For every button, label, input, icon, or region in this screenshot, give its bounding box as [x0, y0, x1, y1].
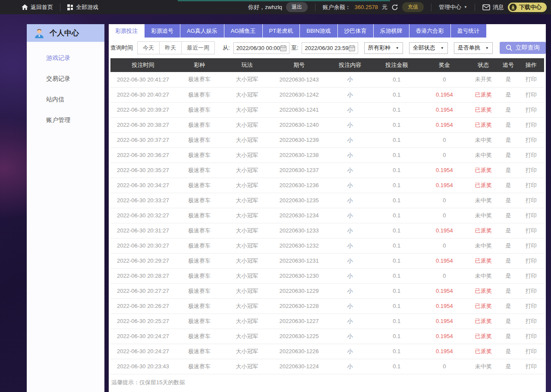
home-link[interactable]: 返回首页 — [22, 3, 53, 11]
from-label: 从: — [223, 44, 230, 52]
cell-issue: 20220630-1227 — [271, 314, 327, 329]
cell-amount: 0.1 — [373, 193, 421, 208]
cell-action[interactable]: 打印 — [518, 359, 544, 374]
cell-amount: 0.1 — [373, 163, 421, 178]
cell-action[interactable]: 打印 — [518, 87, 544, 102]
table-row: 2022-06-30 20:35:27极速赛车大小冠军20220630-1237… — [110, 163, 544, 178]
cell-issue: 20220630-1233 — [271, 223, 327, 238]
cell-lottery: 极速赛车 — [176, 102, 224, 117]
tab-0[interactable]: 彩票投注 — [109, 24, 144, 38]
cell-play: 大小冠军 — [223, 208, 271, 223]
cell-play: 大小冠军 — [223, 253, 271, 268]
cell-action[interactable]: 打印 — [518, 344, 544, 359]
search-button[interactable]: 立即查询 — [500, 42, 546, 54]
cell-action[interactable]: 打印 — [518, 147, 544, 163]
from-date-input[interactable]: 2022/06/30 00:00 — [233, 42, 290, 54]
calendar-icon[interactable] — [349, 45, 355, 51]
filter-select-1[interactable]: 全部状态▼ — [409, 42, 448, 54]
cell-time: 2022-06-30 20:23:43 — [110, 359, 176, 374]
cell-action[interactable]: 打印 — [518, 117, 544, 132]
cell-amount: 0.1 — [373, 223, 421, 238]
table-row: 2022-06-30 20:30:27极速赛车大小冠军20220630-1232… — [110, 238, 544, 253]
filter-select-2[interactable]: 是否单挑▼ — [454, 42, 493, 54]
col-header-issue: 期号 — [271, 58, 327, 72]
refresh-icon[interactable] — [391, 4, 398, 11]
to-date-input[interactable]: 2022/06/30 23:59 — [302, 42, 358, 54]
cell-action[interactable]: 打印 — [518, 132, 544, 147]
cell-action[interactable]: 打印 — [518, 238, 544, 253]
cell-prize: 0 — [421, 359, 469, 374]
tab-7[interactable]: 乐游棋牌 — [374, 24, 409, 38]
cell-action[interactable]: 打印 — [518, 178, 544, 193]
logout-button[interactable]: 退出 — [286, 2, 308, 12]
topbar-divider — [315, 3, 315, 11]
cell-action[interactable]: 打印 — [518, 268, 544, 283]
cell-issue: 20220630-1239 — [271, 132, 327, 147]
cell-status: 已派奖 — [468, 253, 498, 268]
cell-lottery: 极速赛车 — [176, 314, 224, 329]
cell-content: 小 — [327, 238, 373, 253]
cell-action[interactable]: 打印 — [518, 298, 544, 314]
from-date-value: 2022/06/30 00:00 — [236, 45, 280, 51]
admin-center-menu[interactable]: 管理中心 ▼ — [439, 3, 467, 11]
tab-3[interactable]: AG捕鱼王 — [224, 24, 262, 38]
col-header-time: 投注时间 — [110, 58, 176, 72]
messages-link[interactable]: 消息 — [482, 3, 504, 11]
download-center-button[interactable]: 下载中心 — [508, 3, 547, 12]
cell-time: 2022-06-30 20:27:27 — [110, 283, 176, 298]
col-header-lottery: 彩种 — [176, 58, 224, 72]
cell-play: 大小冠军 — [223, 163, 271, 178]
quick-range-2[interactable]: 最近一周 — [181, 41, 215, 54]
cell-action[interactable]: 打印 — [518, 102, 544, 117]
filter-select-0[interactable]: 所有彩种▼ — [364, 42, 403, 54]
cell-action[interactable]: 打印 — [518, 163, 544, 178]
cell-action[interactable]: 打印 — [518, 193, 544, 208]
sidebar-item-0[interactable]: 游戏记录 — [27, 48, 104, 69]
tab-6[interactable]: 沙巴体育 — [338, 24, 373, 38]
tab-9[interactable]: 盈亏统计 — [451, 24, 486, 38]
cell-lottery: 极速赛车 — [176, 72, 224, 87]
cell-issue: 20220630-1243 — [271, 72, 327, 87]
tab-2[interactable]: AG真人娱乐 — [180, 24, 224, 38]
tab-4[interactable]: PT老虎机 — [263, 24, 300, 38]
cell-time: 2022-06-30 20:24:27 — [110, 344, 176, 359]
cell-content: 小 — [327, 359, 373, 374]
cell-action[interactable]: 打印 — [518, 329, 544, 344]
cell-action[interactable]: 打印 — [518, 314, 544, 329]
table-row: 2022-06-30 20:33:27极速赛车大小冠军20220630-1235… — [110, 193, 544, 208]
to-date-value: 2022/06/30 23:59 — [305, 45, 348, 51]
tab-8[interactable]: 香港六合彩 — [409, 24, 450, 38]
tab-1[interactable]: 彩票追号 — [145, 24, 180, 38]
mail-icon — [482, 4, 490, 10]
cell-prize: 0.1954 — [421, 178, 469, 193]
cell-time: 2022-06-30 20:26:27 — [110, 298, 176, 314]
topbar-divider — [475, 3, 475, 11]
cell-chase: 是 — [498, 329, 518, 344]
cell-amount: 0.1 — [373, 208, 421, 223]
cell-action[interactable]: 打印 — [518, 72, 544, 87]
sidebar-item-3[interactable]: 账户管理 — [27, 110, 104, 131]
sidebar-item-2[interactable]: 站内信 — [27, 89, 104, 110]
recharge-button[interactable]: 充值 — [402, 2, 424, 12]
cell-action[interactable]: 打印 — [518, 283, 544, 298]
cell-content: 小 — [327, 72, 373, 87]
cell-amount: 0.1 — [373, 102, 421, 117]
cell-content: 小 — [327, 298, 373, 314]
cell-prize: 0 — [421, 72, 469, 87]
all-games-link[interactable]: 全部游戏 — [67, 3, 98, 11]
cell-action[interactable]: 打印 — [518, 253, 544, 268]
tab-5[interactable]: BBIN游戏 — [300, 24, 337, 38]
quick-range-1[interactable]: 昨天 — [159, 41, 182, 54]
table-row: 2022-06-30 20:26:27极速赛车大小冠军20220630-1228… — [110, 298, 544, 314]
cell-action[interactable]: 打印 — [518, 223, 544, 238]
cell-action[interactable]: 打印 — [518, 208, 544, 223]
cell-content: 小 — [327, 87, 373, 102]
calendar-icon[interactable] — [280, 45, 287, 51]
sidebar-item-1[interactable]: 交易记录 — [27, 69, 104, 89]
cell-status: 未中奖 — [468, 147, 498, 163]
filter-select-value: 是否单挑 — [458, 44, 480, 52]
quick-range-0[interactable]: 今天 — [137, 41, 160, 54]
topbar-left: 返回首页 全部游戏 — [22, 3, 98, 11]
cell-time: 2022-06-30 20:38:27 — [110, 117, 176, 132]
cell-amount: 0.1 — [373, 253, 421, 268]
